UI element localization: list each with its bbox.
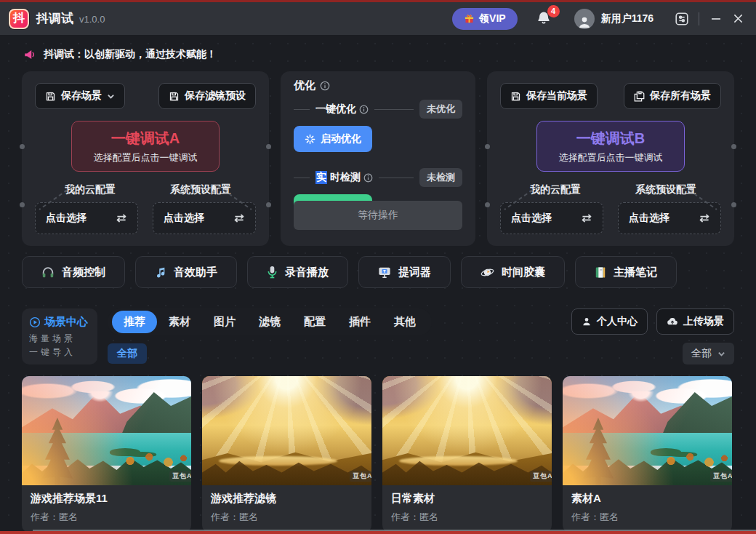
- start-optimize-button[interactable]: 启动优化: [294, 126, 372, 152]
- tool-sound-helper[interactable]: 音效助手: [135, 256, 237, 288]
- swap-arrows-icon: [233, 213, 245, 223]
- save-icon: [45, 91, 56, 102]
- chevron-down-icon: [107, 92, 115, 100]
- info-icon[interactable]: [359, 105, 369, 114]
- tool-label: 音频控制: [62, 266, 105, 279]
- upload-scene-button[interactable]: 上传场景: [656, 308, 734, 335]
- scene-thumbnail: 豆包AI: [563, 376, 732, 485]
- minimize-button[interactable]: [705, 8, 727, 30]
- save-scene-label: 保存场景: [61, 89, 102, 103]
- tab-filters[interactable]: 滤镜: [247, 311, 292, 333]
- main-content: 抖调试：以创新驱动，通过技术赋能！ 保存场景 保存滤镜预设: [0, 35, 756, 534]
- app-window: 抖 抖调试 v1.0.0 领VIP 4 新用户1176: [0, 0, 756, 534]
- personal-center-button[interactable]: 个人中心: [571, 308, 648, 335]
- scene-thumbnail: 豆包AI: [202, 376, 371, 485]
- filter-all-chip[interactable]: 全部: [108, 343, 147, 364]
- connector-dot: [20, 144, 25, 149]
- window-bottom-accent: [0, 531, 756, 534]
- panel-debug-a: 保存场景 保存滤镜预设 一键调试A 选择配置后点击一键调试: [22, 71, 269, 246]
- tab-plugins[interactable]: 插件: [337, 311, 382, 333]
- select-placeholder: 点击选择: [164, 212, 204, 225]
- swap-arrows-icon: [581, 213, 592, 223]
- scene-center-subtitle-2: 一键导入: [29, 346, 90, 359]
- titlebar: 抖 抖调试 v1.0.0 领VIP 4 新用户1176: [0, 2, 756, 35]
- debug-a-title: 一键调试A: [111, 129, 180, 148]
- swap-arrows-icon: [116, 213, 127, 223]
- connector-dot: [266, 202, 271, 207]
- vip-button[interactable]: 领VIP: [452, 8, 518, 30]
- card-author: 作者：匿名: [211, 511, 363, 524]
- save-all-scenes-label: 保存所有场景: [650, 89, 711, 103]
- sort-dropdown[interactable]: 全部: [683, 343, 734, 364]
- notifications-button[interactable]: 4: [536, 9, 554, 28]
- tool-record-playback[interactable]: 录音播放: [247, 256, 348, 288]
- watermark: 豆包AI: [530, 471, 552, 482]
- connector-dot: [485, 144, 490, 149]
- announcement-bar: 抖调试：以创新驱动，通过技术赋能！: [16, 44, 734, 65]
- scene-center-title: 场景中心: [44, 315, 88, 329]
- planet-icon: [480, 266, 494, 279]
- scene-cards-row: 豆包AI 游戏推荐场景11 作者：匿名 豆包AI 游戏推荐滤镜 作者：匿名: [22, 376, 734, 533]
- debug-b-hint: 选择配置后点击一键调试: [559, 151, 663, 164]
- scene-card[interactable]: 豆包AI 游戏推荐场景11 作者：匿名: [22, 376, 191, 533]
- my-cloud-config-select[interactable]: 点击选择: [500, 202, 603, 234]
- scene-card[interactable]: 豆包AI 日常素材 作者：匿名: [382, 376, 552, 533]
- scene-center-badge: 场景中心 海量场景 一键导入: [22, 308, 97, 364]
- tab-images[interactable]: 图片: [202, 311, 247, 333]
- personal-center-label: 个人中心: [597, 315, 638, 328]
- chevron-down-icon: [717, 350, 725, 358]
- tab-recommended[interactable]: 推荐: [112, 311, 157, 333]
- system-preset-config-select[interactable]: 点击选择: [153, 202, 256, 234]
- sparkle-icon: [305, 134, 315, 145]
- tool-time-capsule[interactable]: 时间胶囊: [461, 256, 565, 288]
- one-key-debug-b-button[interactable]: 一键调试B 选择配置后点击一键调试: [536, 121, 685, 172]
- my-cloud-config-label: 我的云配置: [500, 183, 611, 196]
- scene-thumbnail: 豆包AI: [382, 376, 552, 485]
- detect-status-badge: 未检测: [419, 168, 462, 187]
- connector-dot: [731, 144, 736, 149]
- save-current-scene-button[interactable]: 保存当前场景: [500, 83, 598, 109]
- announcement-text: 抖调试：以创新驱动，通过技术赋能！: [44, 48, 217, 61]
- close-button[interactable]: [727, 8, 749, 30]
- my-cloud-config-select[interactable]: 点击选择: [35, 202, 138, 234]
- headphones-icon: [41, 266, 55, 279]
- save-filter-preset-button[interactable]: 保存滤镜预设: [158, 83, 256, 109]
- one-key-debug-a-button[interactable]: 一键调试A 选择配置后点击一键调试: [71, 121, 220, 172]
- system-preset-config-label: 系统预设配置: [145, 183, 256, 196]
- save-filter-preset-label: 保存滤镜预设: [185, 89, 246, 103]
- info-icon[interactable]: [320, 81, 330, 91]
- username: 新用户1176: [601, 12, 654, 25]
- info-icon[interactable]: [363, 173, 373, 183]
- play-circle-icon: [29, 316, 41, 328]
- tab-others[interactable]: 其他: [382, 311, 427, 333]
- tab-configs[interactable]: 配置: [292, 311, 337, 333]
- system-preset-config-select[interactable]: 点击选择: [618, 202, 721, 234]
- megaphone-icon: [23, 48, 36, 61]
- tool-teleprompter[interactable]: 提词器: [358, 256, 451, 288]
- panel-debug-b: 保存当前场景 保存所有场景 一键调试B 选择配置后点击一键调试: [487, 71, 734, 246]
- optimize-status-badge: 未优化: [419, 100, 462, 119]
- user-account[interactable]: 新用户1176: [574, 9, 654, 29]
- scene-card[interactable]: 豆包AI 素材A 作者：匿名: [563, 376, 732, 533]
- swap-arrows-icon: [699, 213, 710, 223]
- microphone-icon: [267, 266, 278, 279]
- save-scene-button[interactable]: 保存场景: [35, 83, 125, 109]
- card-title: 游戏推荐滤镜: [211, 492, 363, 506]
- debug-a-hint: 选择配置后点击一键调试: [94, 151, 198, 164]
- save-all-scenes-button[interactable]: 保存所有场景: [624, 83, 721, 109]
- avatar: [574, 9, 595, 29]
- tool-audio-control[interactable]: 音频控制: [22, 256, 125, 288]
- settings-icon[interactable]: [671, 8, 693, 30]
- scene-center-subtitle-1: 海量场景: [29, 332, 90, 345]
- connector-dot: [731, 202, 736, 207]
- tab-materials[interactable]: 素材: [157, 311, 202, 333]
- tool-host-notes[interactable]: 主播笔记: [575, 256, 677, 288]
- card-author: 作者：匿名: [391, 511, 543, 524]
- start-optimize-label: 启动优化: [321, 132, 361, 146]
- app-title: 抖调试: [36, 10, 73, 27]
- system-preset-config-label: 系统预设配置: [611, 183, 721, 196]
- scene-card[interactable]: 豆包AI 游戏推荐滤镜 作者：匿名: [202, 376, 371, 533]
- scene-center-header: 场景中心 海量场景 一键导入 推荐 素材 图片 滤镜 配置 插件 其他 全部: [22, 308, 734, 364]
- watermark: 豆包AI: [710, 471, 732, 482]
- sort-dropdown-value: 全部: [691, 347, 712, 360]
